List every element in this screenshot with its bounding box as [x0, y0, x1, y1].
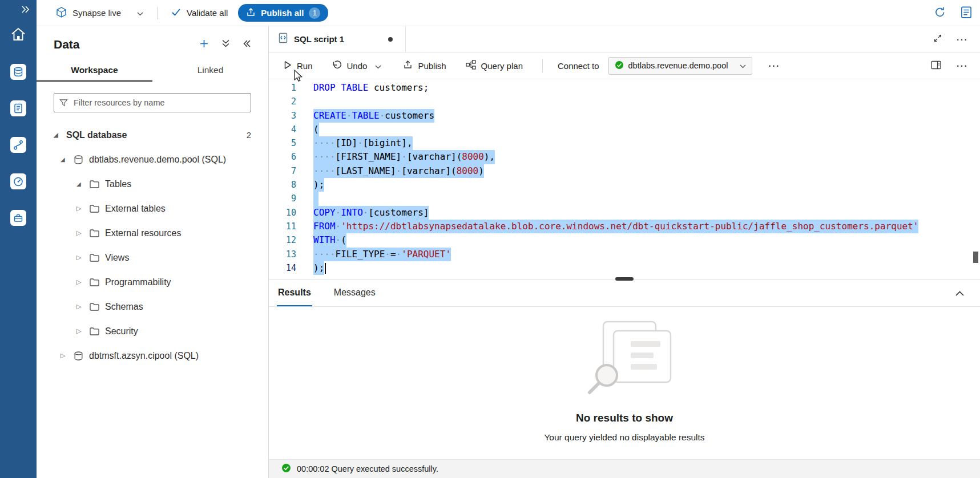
tab-linked[interactable]: Linked [152, 59, 268, 82]
rail-item-monitor[interactable] [0, 163, 37, 200]
status-text: 00:00:02 Query executed successfully. [297, 464, 438, 473]
validate-all-button[interactable]: Validate all [171, 8, 228, 18]
rail-item-integrate[interactable] [0, 127, 37, 163]
tab-workspace[interactable]: Workspace [37, 59, 152, 82]
pane-resize-handle[interactable] [615, 277, 634, 281]
synapse-studio: Synapse live Validate all Publish all 1 [0, 0, 980, 478]
code-line[interactable]: 13····FILE_TYPE·=·'PARQUET' [269, 248, 980, 261]
data-icon [10, 64, 26, 80]
code-line[interactable]: 7····[LAST_NAME]·[varchar](8000) [269, 164, 980, 178]
expand-expander-icon[interactable]: ▷ [76, 327, 89, 335]
rail-item-develop[interactable] [0, 90, 37, 127]
line-number: 6 [269, 150, 296, 164]
toolbar-more-right-button[interactable]: ⋯ [956, 60, 967, 71]
collapse-all-button[interactable] [221, 38, 231, 51]
code-line[interactable]: 10COPY·INTO·[customers] [269, 206, 980, 220]
integrate-icon [10, 137, 26, 153]
line-number: 4 [269, 123, 296, 136]
expand-editor-button[interactable] [933, 34, 942, 45]
line-text: ····FILE_TYPE·=·'PARQUET' [313, 248, 451, 261]
run-icon [284, 60, 292, 71]
script-icon [278, 33, 288, 46]
collapse-panel-button[interactable] [242, 38, 252, 51]
code-line[interactable]: 11FROM·'https://dbtlabsynapsedatalake.bl… [269, 220, 980, 233]
line-text: ); [313, 261, 324, 275]
sql-editor[interactable]: 1DROP TABLE customers;23CREATE·TABLE·cus… [269, 79, 980, 279]
publish-button[interactable]: Publish [403, 60, 446, 71]
editor-tab-sql-script-1[interactable]: SQL script 1 [269, 26, 406, 52]
expand-rail-button[interactable] [21, 5, 30, 16]
expand-expander-icon[interactable]: ▷ [76, 254, 89, 261]
expand-expander-icon[interactable]: ▷ [76, 229, 89, 237]
editor-more-button[interactable]: ⋯ [956, 34, 967, 45]
top-command-bar: Synapse live Validate all Publish all 1 [37, 0, 980, 26]
rail-item-data[interactable] [0, 54, 37, 90]
expand-expander-icon[interactable]: ▷ [76, 303, 89, 310]
tree-item-views[interactable]: ▷Views [37, 245, 268, 270]
query-plan-icon [466, 60, 476, 71]
layout-button[interactable] [931, 60, 941, 71]
add-resource-button[interactable] [199, 38, 209, 51]
code-line[interactable]: 8); [269, 178, 980, 192]
validate-all-label: Validate all [187, 8, 228, 18]
expand-expander-icon[interactable]: ▷ [61, 352, 73, 359]
code-line[interactable]: 4( [269, 123, 980, 136]
success-icon [281, 463, 291, 475]
undo-label: Undo [347, 61, 368, 71]
synapse-live-selector[interactable]: Synapse live [56, 7, 143, 19]
code-line[interactable]: 1DROP TABLE customers; [269, 81, 980, 95]
collapse-results-button[interactable] [955, 288, 964, 298]
query-plan-label: Query plan [481, 61, 523, 71]
line-number: 2 [269, 95, 296, 108]
tree-item-schemas[interactable]: ▷Schemas [37, 294, 268, 319]
code-line[interactable]: 6····[FIRST_NAME]·[varchar](8000), [269, 150, 980, 164]
tab-messages[interactable]: Messages [333, 279, 377, 306]
tree-item-security[interactable]: ▷Security [37, 319, 268, 343]
connect-to-label: Connect to [558, 61, 599, 71]
code-line[interactable]: 14); [269, 261, 980, 275]
code-line[interactable]: 12WITH·( [269, 233, 980, 247]
expand-expander-icon[interactable]: ▷ [76, 205, 89, 212]
line-text: COPY·INTO·[customers] [313, 206, 429, 220]
results-body: No results to show Your query yielded no… [269, 307, 980, 459]
code-line[interactable]: 5····[ID]·[bigint], [269, 136, 980, 150]
expand-expander-icon[interactable]: ▷ [76, 278, 89, 286]
properties-button[interactable] [961, 6, 972, 20]
toolbar-more-button[interactable]: ⋯ [768, 60, 780, 71]
tree-item-dbtlabs-revenue-demo-pool-sql[interactable]: ◢dbtlabs.revenue.demo.pool (SQL) [37, 147, 268, 172]
nav-rail [0, 0, 37, 478]
tree-item-programmability[interactable]: ▷Programmability [37, 270, 268, 294]
run-button[interactable]: Run [284, 60, 313, 71]
line-number: 8 [269, 178, 296, 192]
query-plan-button[interactable]: Query plan [466, 60, 523, 71]
tree-item-dbtmsft-azsyn-cipool-sql[interactable]: ▷dbtmsft.azsyn.cipool (SQL) [37, 343, 268, 368]
tree-item-external-resources[interactable]: ▷External resources [37, 221, 268, 245]
line-text: ); [313, 178, 324, 192]
line-text: CREATE·TABLE·customers [313, 109, 434, 123]
tree-item-external-tables[interactable]: ▷External tables [37, 196, 268, 221]
tree-item-tables[interactable]: ◢Tables [37, 172, 268, 196]
undo-dropdown-button[interactable] [373, 59, 384, 73]
tree-item-label: External resources [105, 228, 181, 238]
collapse-expander-icon[interactable]: ◢ [54, 132, 66, 138]
refresh-button[interactable] [934, 6, 946, 19]
collapse-expander-icon[interactable]: ◢ [61, 156, 73, 163]
code-line[interactable]: 9 [269, 192, 980, 205]
code-line[interactable]: 3CREATE·TABLE·customers [269, 109, 980, 123]
rail-item-home[interactable] [0, 17, 37, 54]
rail-item-manage[interactable] [0, 200, 37, 236]
line-number: 14 [269, 261, 296, 275]
monitor-icon [10, 173, 26, 189]
collapse-expander-icon[interactable]: ◢ [76, 181, 89, 187]
validate-check-icon [171, 8, 181, 18]
code-line[interactable]: 2 [269, 95, 980, 108]
pool-selector[interactable]: dbtlabs.revenue.demo.pool [608, 57, 752, 75]
results-panel: Results Messages [269, 279, 980, 478]
filter-input[interactable] [54, 93, 251, 112]
undo-icon [332, 60, 342, 71]
undo-button[interactable]: Undo [332, 60, 368, 71]
tree-item-sql-database[interactable]: ◢SQL database2 [37, 123, 268, 147]
tab-results[interactable]: Results [277, 279, 312, 306]
develop-icon [10, 100, 26, 116]
publish-all-button[interactable]: Publish all 1 [238, 4, 328, 22]
